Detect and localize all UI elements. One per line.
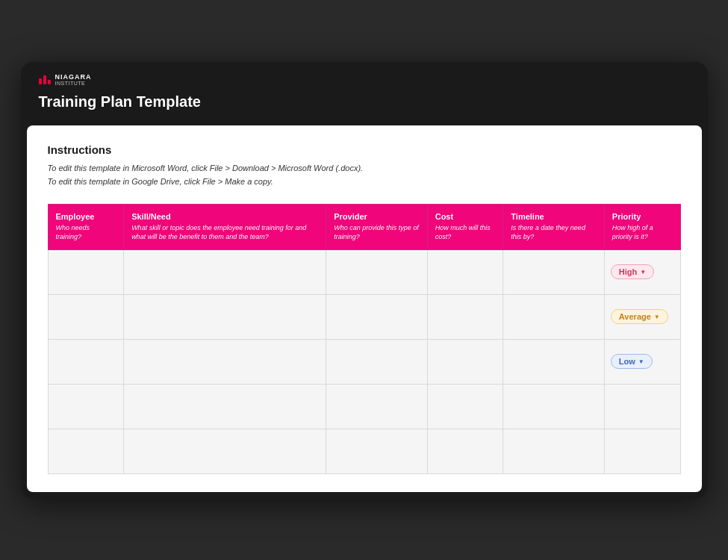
col-header-priority: Priority How high of a priority is it? xyxy=(604,204,680,249)
cell-priority-row4 xyxy=(604,429,680,473)
cell-row3-col0 xyxy=(48,384,124,429)
col-sub-timeline: Is there a date they need this by? xyxy=(511,223,597,242)
table-row xyxy=(48,384,680,429)
priority-label: Low xyxy=(619,357,635,366)
cell-row2-col3 xyxy=(427,339,503,384)
priority-label: Average xyxy=(619,312,651,321)
table-row: High▼ xyxy=(48,249,680,294)
page-title: Training Plan Template xyxy=(39,93,690,111)
chevron-down-icon: ▼ xyxy=(640,269,646,276)
cell-row0-col3 xyxy=(427,249,503,294)
cell-row1-col0 xyxy=(48,294,124,339)
cell-row1-col2 xyxy=(326,294,428,339)
cell-row0-col2 xyxy=(326,249,428,294)
cell-row4-col2 xyxy=(326,429,428,473)
instructions-text: To edit this template in Microsoft Word,… xyxy=(48,162,681,188)
cell-priority-row1: Average▼ xyxy=(604,294,680,339)
logo-area: NIAGARA INSTITUTE xyxy=(39,74,690,86)
col-label-priority: Priority xyxy=(612,212,673,221)
training-table: Employee Who needs training? Skill/Need … xyxy=(48,204,681,474)
cell-priority-row0: High▼ xyxy=(604,249,680,294)
priority-badge-high[interactable]: High▼ xyxy=(611,264,654,279)
logo-bar-1 xyxy=(39,78,42,84)
col-label-employee: Employee xyxy=(56,212,116,221)
cell-row1-col3 xyxy=(427,294,503,339)
cell-row4-col4 xyxy=(503,429,605,473)
cell-row2-col4 xyxy=(503,339,605,384)
table-row: Low▼ xyxy=(48,339,680,384)
col-header-cost: Cost How much will this cost? xyxy=(427,204,503,249)
instruction-line1: To edit this template in Microsoft Word,… xyxy=(48,164,364,172)
logo-bar-3 xyxy=(48,80,51,84)
col-sub-employee: Who needs training? xyxy=(56,223,116,242)
cell-priority-row3 xyxy=(604,384,680,429)
instructions-heading: Instructions xyxy=(48,143,681,156)
instruction-line2: To edit this template in Google Drive, c… xyxy=(48,177,273,186)
cell-row4-col0 xyxy=(48,429,124,473)
logo-text: NIAGARA INSTITUTE xyxy=(55,74,92,86)
col-sub-priority: How high of a priority is it? xyxy=(612,223,673,242)
cell-row1-col4 xyxy=(503,294,605,339)
col-sub-skill: What skill or topic does the employee ne… xyxy=(131,223,318,242)
priority-badge-average[interactable]: Average▼ xyxy=(611,309,668,324)
cell-row3-col1 xyxy=(124,384,326,429)
table-header-row: Employee Who needs training? Skill/Need … xyxy=(48,204,680,249)
priority-badge-low[interactable]: Low▼ xyxy=(611,354,653,369)
chevron-down-icon: ▼ xyxy=(638,358,644,365)
cell-row0-col4 xyxy=(503,249,605,294)
col-label-cost: Cost xyxy=(435,212,496,221)
col-sub-provider: Who can provide this type of training? xyxy=(334,223,420,242)
col-sub-cost: How much will this cost? xyxy=(435,223,496,242)
col-header-employee: Employee Who needs training? xyxy=(48,204,124,249)
cell-row0-col0 xyxy=(48,249,124,294)
cell-row2-col0 xyxy=(48,339,124,384)
priority-label: High xyxy=(619,267,637,276)
logo-sub: INSTITUTE xyxy=(55,81,92,86)
cell-row3-col4 xyxy=(503,384,605,429)
cell-row0-col1 xyxy=(124,249,326,294)
cell-row3-col3 xyxy=(427,384,503,429)
col-header-provider: Provider Who can provide this type of tr… xyxy=(326,204,428,249)
col-label-timeline: Timeline xyxy=(511,212,597,221)
col-label-provider: Provider xyxy=(334,212,420,221)
device-frame: NIAGARA INSTITUTE Training Plan Template… xyxy=(21,62,708,497)
logo-icon xyxy=(39,75,51,84)
cell-row3-col2 xyxy=(326,384,428,429)
cell-row4-col3 xyxy=(427,429,503,473)
table-row: Average▼ xyxy=(48,294,680,339)
instructions-section: Instructions To edit this template in Mi… xyxy=(48,143,681,188)
col-header-timeline: Timeline Is there a date they need this … xyxy=(503,204,605,249)
cell-row4-col1 xyxy=(124,429,326,473)
cell-row1-col1 xyxy=(124,294,326,339)
col-label-skill: Skill/Need xyxy=(131,212,318,221)
cell-priority-row2: Low▼ xyxy=(604,339,680,384)
col-header-skill: Skill/Need What skill or topic does the … xyxy=(124,204,326,249)
table-row xyxy=(48,429,680,473)
cell-row2-col2 xyxy=(326,339,428,384)
logo-brand: NIAGARA xyxy=(55,74,92,81)
logo-bar-2 xyxy=(43,75,46,84)
cell-row2-col1 xyxy=(124,339,326,384)
top-bar: NIAGARA INSTITUTE Training Plan Template xyxy=(21,62,708,119)
content-area: Instructions To edit this template in Mi… xyxy=(27,125,702,491)
chevron-down-icon: ▼ xyxy=(654,314,660,320)
